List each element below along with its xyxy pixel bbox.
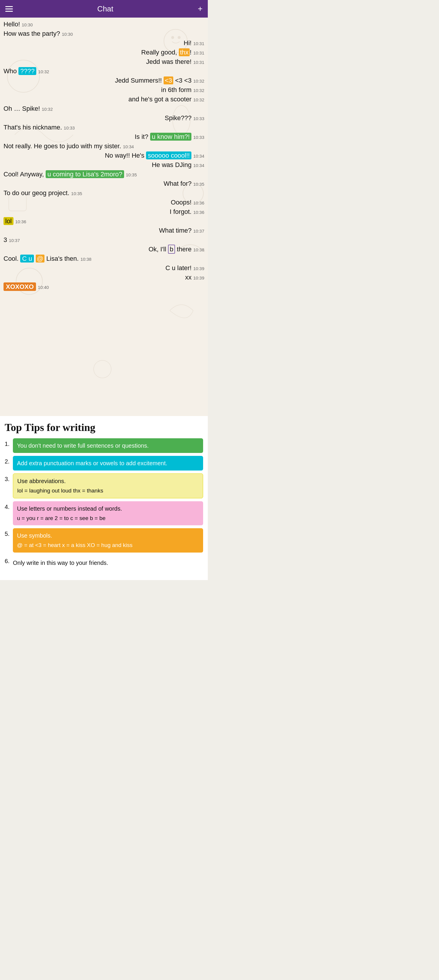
message-text: That's his nickname.: [3, 124, 62, 131]
highlight-at: @: [36, 255, 44, 262]
tip-item-5: 5. Use symbols. @ = at <3 = heart x = a …: [5, 528, 203, 552]
message-row: XOXOXO 10:40: [3, 283, 204, 291]
message-row: Jedd was there! 10:31: [3, 58, 204, 66]
message-row: Is it? u know him?! 10:33: [3, 133, 204, 141]
highlight-uknow: u know him?!: [150, 133, 192, 141]
message-text: Cool. C u @ Lisa's then.: [3, 255, 79, 262]
message-row: Oh … Spike! 10:32: [3, 105, 204, 113]
add-icon[interactable]: +: [198, 4, 203, 13]
message-row: xx 10:39: [3, 274, 204, 281]
message-text: in 6th form: [161, 86, 192, 94]
message-row: What for? 10:35: [3, 180, 204, 188]
tip-box: Use abbreviations. lol = laughing out lo…: [13, 473, 203, 498]
message-time: 10:31: [193, 41, 204, 46]
message-text: No way!! He's sooooo coool!!: [105, 152, 192, 159]
tip-number: 4.: [5, 501, 13, 511]
message-time: 10:34: [123, 144, 134, 149]
message-text: and he's got a scooter: [128, 95, 192, 103]
tip-item-6: 6. Only write in this way to your friend…: [5, 555, 203, 570]
message-time: 10:37: [193, 229, 204, 234]
message-text: I forgot.: [170, 208, 192, 216]
tip-text: You don't need to write full sentences o…: [17, 442, 149, 449]
menu-icon[interactable]: [5, 6, 13, 12]
message-time: 10:32: [193, 78, 204, 83]
message-text: XOXOXO: [3, 283, 36, 291]
message-row: C u later! 10:39: [3, 264, 204, 272]
tip-text: Add extra punctuation marks or vowels to…: [17, 460, 167, 466]
message-row: Ok, I'll b there 10:38: [3, 245, 204, 253]
message-text: Hello!: [3, 21, 20, 28]
message-time: 10:30: [62, 32, 73, 37]
message-time: 10:40: [38, 285, 49, 290]
tip-text: Only write in this way to your friends.: [13, 560, 108, 566]
highlight-thx: thx: [179, 48, 190, 56]
message-text: Oh … Spike!: [3, 105, 40, 113]
message-row: Cool. C u @ Lisa's then. 10:38: [3, 255, 204, 262]
message-row: Who ???? 10:32: [3, 67, 204, 75]
tip-box: Use letters or numbers instead of words.…: [13, 501, 203, 526]
message-text: Cool! Anyway, u coming to Lisa's 2moro?: [3, 170, 124, 178]
message-time: 10:35: [193, 181, 204, 187]
tip-sub-text: @ = at <3 = heart x = a kiss XO = hug an…: [17, 541, 199, 550]
message-row: Jedd Summers!! <3 <3 <3 10:32: [3, 77, 204, 84]
tip-text: Use abbreviations.: [17, 477, 199, 485]
message-row: Hi! 10:31: [3, 39, 204, 47]
message-time: 10:39: [193, 266, 204, 271]
message-text: How was the party?: [3, 30, 60, 38]
message-row: Cool! Anyway, u coming to Lisa's 2moro? …: [3, 170, 204, 178]
message-row: Spike??? 10:33: [3, 114, 204, 122]
message-time: 10:35: [71, 191, 82, 196]
message-time: 10:33: [193, 116, 204, 121]
tip-item-1: 1. You don't need to write full sentence…: [5, 438, 203, 453]
message-time: 10:36: [193, 210, 204, 215]
message-text: Jedd Summers!! <3 <3 <3: [115, 77, 192, 84]
message-time: 10:32: [38, 69, 49, 74]
message-row: 3 10:37: [3, 236, 204, 244]
message-time: 10:34: [193, 163, 204, 168]
tip-item-4: 4. Use letters or numbers instead of wor…: [5, 501, 203, 526]
message-time: 10:37: [9, 238, 20, 243]
highlight-xoxoxo: XOXOXO: [3, 282, 36, 291]
highlight-b: b: [168, 245, 175, 254]
app-header: Chat +: [0, 0, 208, 18]
message-row: What time? 10:37: [3, 227, 204, 234]
message-time: 10:39: [193, 275, 204, 280]
message-row: and he's got a scooter 10:32: [3, 95, 204, 103]
message-time: 10:32: [193, 88, 204, 93]
message-text: lol: [3, 217, 13, 225]
message-text: He was DJing: [152, 161, 192, 169]
message-row: That's his nickname. 10:33: [3, 124, 204, 131]
message-text: Really good, thx!: [141, 49, 192, 56]
message-time: 10:33: [64, 126, 75, 130]
header-title: Chat: [97, 5, 113, 13]
highlight-ucoming: u coming to Lisa's 2moro?: [46, 170, 124, 178]
message-time: 10:38: [81, 257, 92, 262]
tip-text: Use symbols.: [17, 531, 199, 540]
message-time: 10:31: [193, 50, 204, 56]
message-text: To do our geog project.: [3, 189, 69, 197]
message-time: 10:36: [15, 219, 26, 224]
highlight-sooooo: sooooo coool!!: [146, 151, 192, 159]
chat-area: Hello! 10:30 How was the party? 10:30 Hi…: [0, 18, 208, 416]
message-text: Ok, I'll b there: [148, 245, 192, 253]
tip-number: 1.: [5, 438, 13, 447]
tip-number: 2.: [5, 456, 13, 465]
tips-title: Top Tips for writing: [5, 421, 203, 434]
highlight-who: ????: [19, 67, 36, 75]
message-text: What for?: [163, 180, 192, 188]
tip-box: Add extra punctuation marks or vowels to…: [13, 456, 203, 471]
message-time: 10:36: [193, 200, 204, 205]
highlight-heart: <3: [163, 76, 173, 84]
message-time: 10:34: [193, 154, 204, 159]
message-time: 10:32: [42, 107, 53, 111]
message-row: in 6th form 10:32: [3, 86, 204, 94]
tip-box: Only write in this way to your friends.: [13, 555, 203, 570]
message-time: 10:31: [193, 60, 204, 65]
message-time: 10:35: [126, 172, 137, 177]
highlight-lol: lol: [3, 217, 13, 225]
chat-messages: Hello! 10:30 How was the party? 10:30 Hi…: [3, 21, 204, 291]
tip-number: 6.: [5, 555, 13, 565]
message-text: Ooops!: [171, 199, 192, 206]
message-row: To do our geog project. 10:35: [3, 189, 204, 197]
tip-box: You don't need to write full sentences o…: [13, 438, 203, 453]
